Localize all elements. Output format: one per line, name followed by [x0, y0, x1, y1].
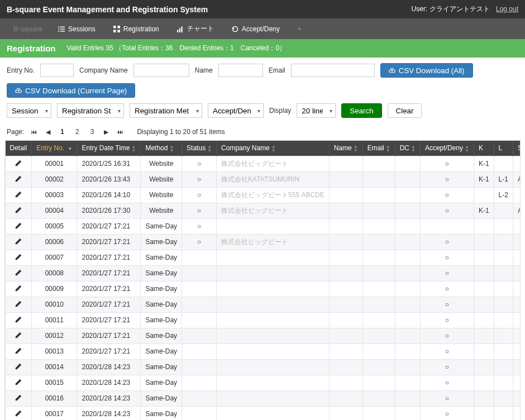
- name-cell: [329, 312, 362, 328]
- s1-cell: [513, 359, 521, 375]
- column-header[interactable]: K: [474, 141, 494, 156]
- k-cell: [474, 250, 494, 265]
- edit-icon[interactable]: [15, 378, 22, 386]
- k-cell: [474, 375, 494, 390]
- column-header[interactable]: Entry No. ▼: [32, 141, 77, 156]
- table-row: 000172020/1/28 14:23Same-Day○: [6, 406, 521, 420]
- edit-icon[interactable]: [15, 331, 22, 339]
- search-button[interactable]: Search: [341, 103, 381, 118]
- pager-prev-icon[interactable]: ◀: [44, 127, 52, 137]
- edit-icon[interactable]: [15, 409, 22, 417]
- edit-icon[interactable]: [15, 284, 22, 292]
- column-header[interactable]: Name▲▼: [329, 141, 362, 156]
- column-header[interactable]: Detail: [6, 141, 32, 156]
- detail-cell[interactable]: [6, 203, 32, 218]
- pager-last-icon[interactable]: ⏭: [115, 127, 126, 136]
- edit-icon[interactable]: [15, 300, 22, 308]
- column-header[interactable]: L: [494, 141, 513, 156]
- method-cell: Same-Day: [141, 218, 182, 234]
- pager-page-3[interactable]: 3: [87, 127, 98, 137]
- detail-cell[interactable]: [6, 406, 32, 420]
- filter-row-1: Entry No. Company Name Name Email CSV Do…: [0, 58, 525, 103]
- method-cell: Same-Day: [141, 234, 182, 250]
- dc-cell: [395, 390, 420, 406]
- detail-cell[interactable]: [6, 375, 32, 390]
- s1-cell: [513, 328, 521, 343]
- column-header[interactable]: Accept/Deny▲▼: [420, 141, 474, 156]
- edit-icon[interactable]: [15, 222, 22, 230]
- nav-accept-deny[interactable]: Accept/Deny: [223, 20, 289, 39]
- company-input[interactable]: [133, 64, 189, 77]
- detail-cell[interactable]: [6, 250, 32, 265]
- edit-icon[interactable]: [15, 362, 22, 370]
- clear-button[interactable]: Clear: [388, 103, 422, 118]
- logout-link[interactable]: Log out: [496, 5, 518, 13]
- detail-cell[interactable]: [6, 171, 32, 187]
- name-input[interactable]: [218, 64, 263, 77]
- csv-download-all-button[interactable]: CSV Download (All): [380, 63, 473, 78]
- column-header[interactable]: Method▲▼: [141, 141, 182, 156]
- column-header[interactable]: Company Name▲▼: [217, 141, 330, 156]
- detail-cell[interactable]: [6, 234, 32, 250]
- s1-cell: [513, 218, 521, 234]
- accept-deny-select[interactable]: Accept/Deny: [208, 103, 264, 118]
- table-row: 000012020/1/25 16:31Website○株式会社ビッグビート○K…: [6, 156, 521, 171]
- method-cell: Same-Day: [141, 312, 182, 328]
- detail-cell[interactable]: [6, 218, 32, 234]
- edit-icon[interactable]: [15, 394, 22, 402]
- k-cell: [474, 312, 494, 328]
- csv-download-current-button[interactable]: CSV Download (Current Page): [7, 83, 135, 98]
- column-header[interactable]: S1: [513, 141, 521, 156]
- pager-next-icon[interactable]: ▶: [102, 127, 111, 137]
- column-header[interactable]: DC▲▼: [395, 141, 420, 156]
- button-label: CSV Download (Current Page): [25, 87, 127, 95]
- detail-cell[interactable]: [6, 156, 32, 171]
- status-cell: ○: [182, 171, 217, 187]
- edit-icon[interactable]: [15, 190, 22, 198]
- column-header[interactable]: Entry Date Time▲▼: [77, 141, 141, 156]
- pager-page-2[interactable]: 2: [72, 127, 83, 137]
- column-header[interactable]: Status▲▼: [182, 141, 217, 156]
- s1-cell: [513, 281, 521, 297]
- edit-icon[interactable]: [15, 347, 22, 355]
- detail-cell[interactable]: [6, 343, 32, 359]
- nav-add[interactable]: +: [289, 20, 311, 39]
- edit-icon[interactable]: [15, 269, 22, 276]
- registration-status-select[interactable]: Registration Status: [57, 103, 124, 118]
- edit-icon[interactable]: [15, 237, 22, 245]
- method-cell: Same-Day: [141, 265, 182, 281]
- email-input[interactable]: [291, 64, 375, 77]
- nav-registration[interactable]: Registration: [104, 20, 168, 39]
- detail-cell[interactable]: [6, 265, 32, 281]
- edit-icon[interactable]: [15, 206, 22, 214]
- detail-cell[interactable]: [6, 281, 32, 297]
- nav-sessions[interactable]: Sessions: [49, 20, 104, 39]
- pager-first-icon[interactable]: ⏮: [28, 127, 39, 136]
- email-cell: [362, 375, 395, 390]
- name-cell: [329, 218, 362, 234]
- app-title: B-square Event Management and Registrati…: [7, 5, 208, 14]
- pager-page-1[interactable]: 1: [57, 127, 68, 137]
- sessions-select[interactable]: Sessions: [7, 103, 51, 118]
- detail-cell[interactable]: [6, 297, 32, 312]
- detail-cell[interactable]: [6, 312, 32, 328]
- entry-no-input[interactable]: [40, 64, 74, 77]
- registration-method-select[interactable]: Registration Method: [130, 103, 202, 118]
- edit-icon[interactable]: [15, 159, 22, 167]
- detail-cell[interactable]: [6, 328, 32, 343]
- edit-icon[interactable]: [15, 175, 22, 183]
- column-header[interactable]: Email▲▼: [362, 141, 395, 156]
- method-cell: Same-Day: [141, 406, 182, 420]
- edit-icon[interactable]: [15, 316, 22, 323]
- detail-cell[interactable]: [6, 390, 32, 406]
- nav-chart[interactable]: チャート: [168, 18, 223, 39]
- detail-cell[interactable]: [6, 187, 32, 203]
- status-cell: [182, 406, 217, 420]
- edit-icon[interactable]: [15, 253, 22, 261]
- display-lines-select[interactable]: 20 lines: [297, 103, 336, 118]
- entry-cell: 00013: [32, 343, 77, 359]
- dc-cell: [395, 187, 420, 203]
- date-cell: 2020/1/27 17:21: [77, 281, 141, 297]
- company-cell: [217, 218, 330, 234]
- detail-cell[interactable]: [6, 359, 32, 375]
